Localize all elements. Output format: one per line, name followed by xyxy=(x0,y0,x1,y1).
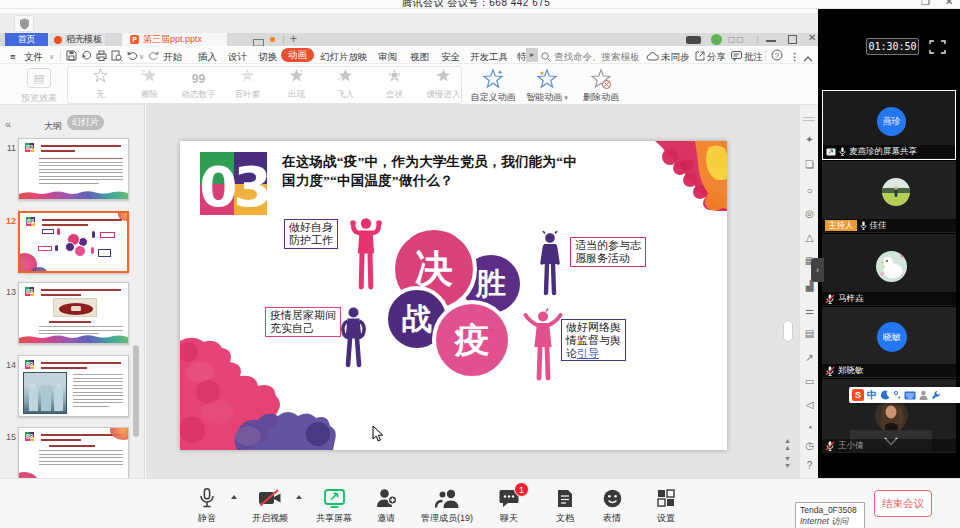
anim-slow-enter[interactable]: 缓慢进入 xyxy=(419,67,468,103)
meeting-title: 腾讯会议 会议号：668 442 675 xyxy=(402,0,550,9)
anim-dynamic-number[interactable]: 99 动态数字 xyxy=(174,67,223,103)
anim-blinds[interactable]: 百叶窗 xyxy=(223,67,272,103)
print-icon[interactable] xyxy=(96,50,107,63)
box-icon[interactable]: ▭ xyxy=(800,376,818,387)
wps-minimize-icon[interactable] xyxy=(766,40,776,42)
custom-animation-button[interactable]: 自定义动画 xyxy=(466,68,520,104)
anim-fly-in[interactable]: 飞入 xyxy=(321,67,370,103)
mini-logo-03: 03 xyxy=(25,287,34,296)
menu-design[interactable]: 设计 xyxy=(228,51,247,64)
smart-animation-button[interactable]: 智能动画 ▾ xyxy=(520,68,574,104)
file-menu[interactable]: 文件 xyxy=(24,51,43,64)
tab-slides[interactable]: 幻灯片 xyxy=(67,115,104,130)
close-window-icon[interactable]: ✕ xyxy=(945,0,953,7)
tab-docer[interactable]: 稻壳模板 xyxy=(48,33,105,46)
tab-document[interactable]: P 第三届ppt.pptx xyxy=(122,33,227,46)
wps-restore-icon[interactable] xyxy=(788,35,797,44)
comment-label[interactable]: 批注 xyxy=(744,51,763,64)
avatar-maziyao xyxy=(876,251,907,282)
remove-animation-button[interactable]: 删除动画 xyxy=(574,68,628,104)
undo-icon[interactable] xyxy=(127,51,139,62)
anim-appear[interactable]: 出现 xyxy=(272,67,321,103)
next-slide-button[interactable]: ▼▼ xyxy=(784,455,791,469)
export-icon[interactable] xyxy=(81,50,92,63)
chat-button[interactable]: 聊天 xyxy=(477,487,541,525)
tab-outline[interactable]: 大纲 xyxy=(44,120,62,133)
refresh-icon[interactable]: ◔ xyxy=(800,422,818,433)
slide-thumbnail-14[interactable]: 03 xyxy=(18,355,129,417)
more-menu-icon[interactable]: ⋮ xyxy=(790,51,800,62)
menu-start[interactable]: 开始 xyxy=(163,51,182,64)
menu-insert[interactable]: 插入 xyxy=(198,51,217,64)
panel-expand-handle[interactable]: › xyxy=(811,258,824,282)
slide-thumbnail-11[interactable]: 02 xyxy=(18,138,129,200)
menu-transition[interactable]: 切换 xyxy=(258,51,277,64)
member-icon[interactable] xyxy=(686,36,701,44)
menu-slideshow[interactable]: 幻灯片放映 xyxy=(320,51,368,64)
clipboard-icon[interactable]: ▤ xyxy=(800,328,818,339)
mute-button[interactable]: 静音 xyxy=(175,487,239,525)
mute-options-caret[interactable] xyxy=(231,495,237,499)
slide-thumbnail-12-selected[interactable]: 03 xyxy=(18,211,129,273)
prev-slide-button[interactable]: ▲▲ xyxy=(784,437,791,451)
save-icon[interactable] xyxy=(66,50,77,63)
speaker-icon[interactable]: ◁ xyxy=(800,399,818,410)
comment-icon[interactable] xyxy=(731,51,742,63)
menu-devtools[interactable]: 开发工具 xyxy=(470,51,508,64)
menu-scroll-button[interactable]: ▸ xyxy=(526,48,538,62)
invite-button[interactable]: 邀请 xyxy=(354,487,418,525)
redo-icon[interactable] xyxy=(147,51,159,62)
collapse-ribbon-icon[interactable] xyxy=(803,53,813,64)
copy-icon[interactable]: ❏ xyxy=(800,159,818,170)
tab-home[interactable]: 首页 xyxy=(5,33,48,46)
slide-thumbnail-15[interactable]: 03 xyxy=(18,427,129,478)
account-avatar[interactable] xyxy=(711,34,722,45)
preview-effect-button[interactable]: ▤ 预览效果 xyxy=(16,68,62,105)
question-icon[interactable]: ? xyxy=(800,460,818,471)
cloud-sync-icon[interactable] xyxy=(646,52,659,63)
shape-icon[interactable]: ○ xyxy=(800,185,818,196)
slide-12[interactable]: 03 在这场战“疫”中，作为大学生党员，我们能为“中 国力度”“中国温度”做什么… xyxy=(180,141,727,450)
wps-shared-screen: 首页 稻壳模板 P 第三届ppt.pptx + ▢▢ ✕ ≡ 文件 ∨ ∨ xyxy=(0,9,818,478)
gear-icon[interactable]: ◎ xyxy=(800,208,818,219)
menu-animation-active[interactable]: 动画 xyxy=(281,48,314,62)
new-tab-button[interactable]: + xyxy=(290,32,297,46)
fullscreen-icon[interactable] xyxy=(929,40,946,54)
effects-icon[interactable]: ✦ xyxy=(800,134,818,145)
menu-security[interactable]: 安全 xyxy=(441,51,460,64)
hamburger-icon[interactable]: ≡ xyxy=(10,51,16,62)
invite-icon xyxy=(354,487,418,509)
sogou-ime-bar[interactable]: S 中 xyxy=(849,387,960,403)
menu-review[interactable]: 审阅 xyxy=(378,51,397,64)
anim-box[interactable]: 盒状 xyxy=(370,67,419,103)
share-icon[interactable] xyxy=(695,51,705,63)
share-out-icon[interactable]: ↗ xyxy=(800,352,818,363)
video-tile-zhengxiaomin[interactable]: 晓敏 郑晓敏 xyxy=(822,307,956,378)
thumbnail-scrollbar[interactable] xyxy=(133,345,139,437)
video-tile-yanzhen[interactable]: 燕珍 麦燕珍的屏幕共享 xyxy=(822,90,956,160)
canvas-scrollbar[interactable] xyxy=(783,320,793,342)
collaboration-icons[interactable]: ▢▢ xyxy=(728,35,745,44)
share-label[interactable]: 分享 xyxy=(707,51,726,64)
settings-button[interactable]: 设置 xyxy=(634,487,698,525)
pyramid-icon[interactable]: △ xyxy=(800,232,818,243)
anim-none[interactable]: 无 xyxy=(76,67,125,103)
video-tile-jiajia[interactable]: 主持人 佳佳 xyxy=(822,161,956,233)
clock-icon[interactable]: ◷ xyxy=(800,440,818,451)
manage-members-button[interactable]: 管理成员(19) xyxy=(415,487,479,525)
anim-wipe[interactable]: 擦除 xyxy=(125,67,174,103)
collapse-panel-icon[interactable]: « xyxy=(5,118,11,130)
video-tile-maziyao[interactable]: 马梓垚 xyxy=(822,234,956,306)
hyperlink-yindao[interactable]: 引导 xyxy=(577,347,599,359)
wps-close-icon[interactable]: ✕ xyxy=(808,32,816,43)
help-icon[interactable]: ? xyxy=(771,49,783,63)
end-meeting-button[interactable]: 结束会议 xyxy=(874,490,932,517)
sliders-icon[interactable]: ⚌ xyxy=(800,305,818,316)
search-input[interactable]: 查找命令、搜索模板 xyxy=(554,51,640,64)
slide-thumbnail-13[interactable]: 03 xyxy=(18,282,129,344)
video-button[interactable]: 开启视频 xyxy=(238,487,302,525)
menu-view[interactable]: 视图 xyxy=(410,51,429,64)
restore-window-icon[interactable]: ❐ xyxy=(921,0,930,7)
print-preview-icon[interactable] xyxy=(111,50,122,63)
security-shield-icon[interactable] xyxy=(14,15,34,32)
